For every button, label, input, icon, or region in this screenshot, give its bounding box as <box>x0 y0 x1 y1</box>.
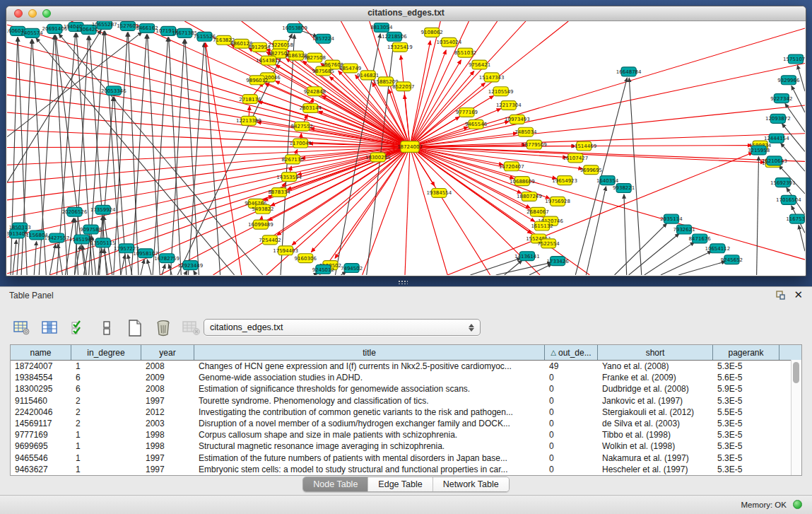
combo-arrows-icon <box>469 324 474 332</box>
network-node[interactable]: 1640354 <box>596 176 619 185</box>
network-node[interactable]: 16648784 <box>616 67 642 76</box>
table-settings-icon[interactable] <box>13 319 31 337</box>
network-node[interactable]: 12923449 <box>178 261 204 270</box>
table-row[interactable]: 2242004622012Investigating the contribut… <box>11 407 801 418</box>
network-node[interactable]: 9465546 <box>465 119 487 129</box>
network-node[interactable]: 9938221 <box>613 184 635 193</box>
table-selector-combobox[interactable]: citations_edges.txt <box>204 319 481 336</box>
network-node[interactable]: 12093872 <box>765 114 791 123</box>
table-row[interactable]: 946362711997Embryonic stem cells: a mode… <box>11 464 801 475</box>
column-header-out-de-[interactable]: △out_de... <box>545 345 598 360</box>
network-node[interactable]: 7522554 <box>537 239 560 248</box>
column-header-pagerank[interactable]: pagerank <box>713 345 779 360</box>
network-node[interactable]: 9777169 <box>456 107 478 117</box>
network-node[interactable]: 12105549 <box>488 87 514 96</box>
network-node[interactable]: 8466162 <box>136 23 158 33</box>
network-node[interactable]: 2405574 <box>21 28 44 37</box>
svg-text:7857224: 7857224 <box>312 36 335 42</box>
splitter-grip[interactable] <box>398 280 408 284</box>
unselect-all-columns-icon[interactable] <box>98 319 116 337</box>
table-row[interactable]: 969969511998Structural magnetic resonanc… <box>11 440 801 452</box>
network-graph[interactable]: 1872400718300295193845547163822886012889… <box>7 21 805 275</box>
network-node[interactable]: 17016504 <box>776 195 801 204</box>
create-new-column-icon[interactable] <box>126 319 144 337</box>
network-node[interactable]: 17594403 <box>273 246 298 255</box>
network-node[interactable]: 8551032 <box>454 48 476 57</box>
table-row[interactable]: 946554611997Estimation of the future num… <box>11 452 801 464</box>
tab-node-table[interactable]: Node Table <box>303 477 368 491</box>
table-row[interactable]: 977716911998Corpus callosum shape and si… <box>11 429 801 440</box>
network-node[interactable]: 10654112 <box>705 244 730 253</box>
network-node[interactable]: 17359924 <box>90 205 116 214</box>
network-node[interactable]: 3215958 <box>748 146 770 155</box>
network-node[interactable]: 9329966 <box>777 76 799 85</box>
network-node[interactable]: 23226058 <box>268 40 293 49</box>
network-node[interactable]: 10688609 <box>510 177 535 186</box>
network-hub-node[interactable]: 18724007 <box>397 141 423 153</box>
tab-network-table[interactable]: Network Table <box>433 477 509 491</box>
network-node[interactable]: 8813054 <box>370 23 393 32</box>
scrollbar-thumb[interactable] <box>793 362 799 383</box>
network-node[interactable]: 1167533 <box>786 214 805 223</box>
network-node[interactable]: 20206526 <box>62 207 88 216</box>
svg-text:15692391: 15692391 <box>770 180 796 186</box>
network-node[interactable]: 2935114 <box>660 214 683 223</box>
network-node[interactable]: 19654923 <box>552 176 577 185</box>
close-panel-icon[interactable]: ✕ <box>794 288 803 301</box>
network-node[interactable]: 15720407 <box>499 162 524 171</box>
svg-text:9146821: 9146821 <box>357 73 379 78</box>
network-node[interactable]: 9160306 <box>295 254 317 263</box>
column-header-year[interactable]: year <box>141 345 194 360</box>
table-row[interactable]: 911546021997Tourette syndrome. Phenomeno… <box>11 395 801 407</box>
network-canvas[interactable]: 1872400718300295193845547163822886012889… <box>7 21 805 275</box>
network-node[interactable]: 18807249 <box>517 192 542 201</box>
table-row[interactable]: 1456911722003Disruption of a novel membe… <box>11 418 801 429</box>
network-node[interactable]: 7857224 <box>312 34 335 43</box>
network-node[interactable]: 15751074 <box>783 54 805 64</box>
column-header-title[interactable]: title <box>194 345 545 360</box>
float-panel-icon[interactable] <box>774 291 785 300</box>
network-node[interactable]: 9245652 <box>721 255 743 264</box>
show-columns-icon[interactable] <box>41 319 59 337</box>
network-node[interactable]: 15147343 <box>479 73 505 82</box>
network-node[interactable]: 1170043 <box>290 139 312 148</box>
delete-columns-icon[interactable] <box>154 319 172 337</box>
network-node[interactable]: 19384554 <box>426 189 452 198</box>
network-node[interactable]: 18779509 <box>522 140 547 149</box>
svg-text:12444154: 12444154 <box>764 136 789 141</box>
table-row[interactable]: 1872400712008Changes of HCN gene express… <box>11 361 801 372</box>
network-node[interactable]: 2684067 <box>526 207 548 216</box>
network-node[interactable]: 8471676 <box>689 234 711 243</box>
svg-text:9245012: 9245012 <box>312 267 334 273</box>
network-node[interactable]: 7932621 <box>673 225 695 234</box>
tab-edge-table[interactable]: Edge Table <box>368 477 433 491</box>
window-titlebar[interactable]: citations_edges.txt <box>6 6 806 21</box>
svg-text:10654112: 10654112 <box>705 246 730 252</box>
network-node[interactable]: 12218506 <box>382 32 407 41</box>
network-node[interactable]: 9756421 <box>469 60 490 69</box>
select-all-columns-icon[interactable] <box>69 319 88 337</box>
network-node[interactable]: 10354024 <box>436 37 461 47</box>
network-node[interactable]: 12444154 <box>764 134 789 143</box>
table-cell: Tourette syndrome. Phenomenology and cla… <box>194 395 545 407</box>
network-node[interactable]: 9097588 <box>80 225 102 234</box>
network-node[interactable]: 7485034 <box>514 127 537 136</box>
table-row[interactable]: 1830029562008Estimation of significance … <box>11 383 801 395</box>
network-node[interactable]: 14353594 <box>276 173 302 182</box>
network-node[interactable]: 9227342 <box>770 94 792 103</box>
column-header-name[interactable]: name <box>11 345 71 360</box>
svg-text:14136141: 14136141 <box>514 254 540 259</box>
svg-text:1640354: 1640354 <box>596 178 619 184</box>
network-node[interactable]: 9108062 <box>421 28 443 37</box>
column-header-short[interactable]: short <box>598 345 713 360</box>
network-node[interactable]: 12217304 <box>496 101 522 110</box>
table-cell: 2009 <box>141 372 194 383</box>
network-node[interactable]: 9699695 <box>580 165 602 175</box>
table-cell: Changes of HCN gene expression and I(f) … <box>194 361 545 372</box>
network-node[interactable]: 7494502 <box>341 264 363 273</box>
column-header-in-degree[interactable]: in_degree <box>71 345 141 360</box>
table-row[interactable]: 1938455462009Genome-wide association stu… <box>11 372 801 383</box>
network-node[interactable]: 11514469 <box>571 141 596 151</box>
table-vertical-scrollbar[interactable] <box>791 360 801 475</box>
network-node[interactable]: 12325419 <box>387 42 413 52</box>
